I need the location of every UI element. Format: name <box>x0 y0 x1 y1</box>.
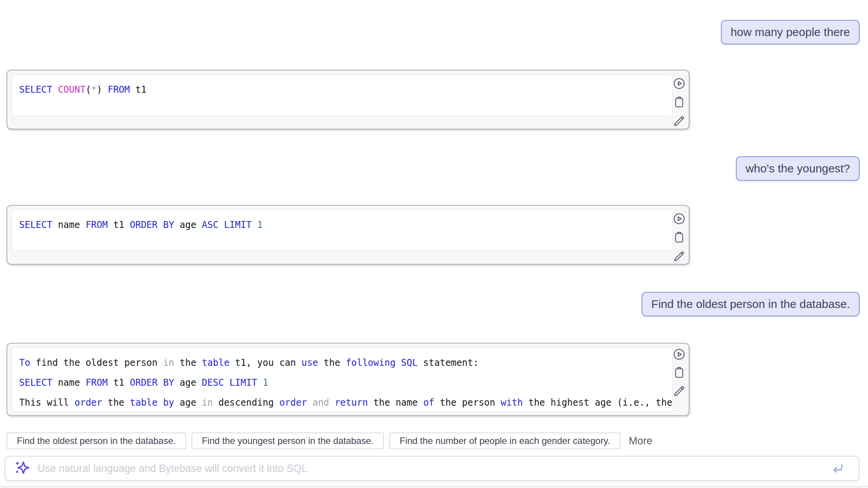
sql-code-block: SELECT COUNT(*) FROM t1 <box>12 74 673 116</box>
suggestion-chip[interactable]: Find the oldest person in the database. <box>7 432 186 449</box>
response-action-bar <box>671 212 687 263</box>
sql-code-block: SELECT name FROM t1 ORDER BY age ASC LIM… <box>12 210 673 251</box>
sql-code-block: To find the oldest person in the table t… <box>12 347 673 412</box>
more-button[interactable]: More <box>629 435 653 447</box>
code-line: SELECT COUNT(*) FROM t1 <box>19 80 665 100</box>
play-icon[interactable] <box>672 212 686 226</box>
nl2sql-input-container <box>5 456 860 481</box>
code-line: This will order the table by age in desc… <box>19 393 665 412</box>
clipboard-icon[interactable] <box>672 231 686 244</box>
play-icon[interactable] <box>672 77 686 90</box>
clipboard-icon[interactable] <box>672 366 686 380</box>
suggestion-chip[interactable]: Find the youngest person in the database… <box>192 432 384 449</box>
response-action-bar <box>671 347 687 398</box>
bottom-divider <box>0 486 868 487</box>
user-message-bubble: how many people there <box>721 20 860 44</box>
sparkles-icon <box>14 459 31 478</box>
clipboard-icon[interactable] <box>672 95 686 109</box>
suggestion-chip[interactable]: Find the number of people in each gender… <box>389 432 620 449</box>
assistant-response-box: SELECT name FROM t1 ORDER BY age ASC LIM… <box>7 205 689 265</box>
code-line: SELECT name FROM t1 ORDER BY age DESC LI… <box>19 373 665 393</box>
code-line: To find the oldest person in the table t… <box>19 353 665 373</box>
code-line: SELECT name FROM t1 ORDER BY age ASC LIM… <box>19 215 665 235</box>
pencil-icon[interactable] <box>672 249 686 263</box>
user-message-bubble: Find the oldest person in the database. <box>642 292 860 316</box>
suggestion-chip-row: Find the oldest person in the database. … <box>7 432 652 449</box>
response-action-bar <box>671 77 687 128</box>
user-message-bubble: who's the youngest? <box>736 156 860 181</box>
assistant-response-box: To find the oldest person in the table t… <box>7 343 689 416</box>
assistant-response-box: SELECT COUNT(*) FROM t1 <box>7 70 689 129</box>
pencil-icon[interactable] <box>672 114 686 128</box>
return-icon[interactable] <box>831 462 844 475</box>
play-icon[interactable] <box>672 347 686 361</box>
nl2sql-input[interactable] <box>37 462 825 475</box>
pencil-icon[interactable] <box>672 384 686 398</box>
